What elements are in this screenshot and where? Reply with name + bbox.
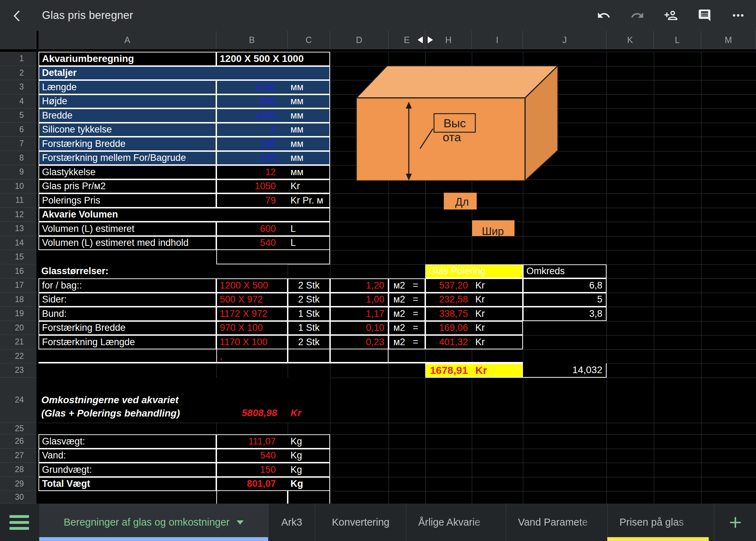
hidden-columns-expand-icon[interactable] <box>428 36 433 43</box>
cell-a11[interactable]: Polerings Pris <box>38 193 216 208</box>
cell-b10[interactable]: 1050Kr <box>216 179 330 194</box>
cell-b21[interactable]: 1170 X 100 <box>216 335 288 349</box>
cell-e20[interactable]: м2= <box>388 321 425 335</box>
cell-a14[interactable]: Volumen (L) estimeret med indhold <box>38 236 216 250</box>
cell-a29[interactable]: Total Vægt <box>38 477 216 491</box>
tab-beregninger[interactable]: Beregninger af glas og omkostninger <box>39 504 268 541</box>
cell-c22[interactable] <box>288 349 330 364</box>
cell-j19[interactable]: 3,8 <box>523 307 607 321</box>
cell-b13[interactable]: 600L <box>216 222 330 236</box>
active-tab-indicator <box>39 537 268 541</box>
cell-omkreds-header[interactable]: Omkreds <box>523 264 607 279</box>
app-window: Glas pris beregner ABCDEHIJKLM 123456789… <box>0 0 756 541</box>
cell-b19[interactable]: 1172 X 972 <box>216 307 288 321</box>
tab-konvertering[interactable]: Konvertering <box>315 504 406 541</box>
cell-b7[interactable]: 100мм <box>216 137 330 151</box>
cell-detaljer-header[interactable]: Detaljer <box>38 66 330 80</box>
cell-b8[interactable]: 100мм <box>216 151 330 165</box>
cell-a3[interactable]: Længde <box>38 80 216 94</box>
cell-b27[interactable]: 540Kg <box>216 449 330 463</box>
cell-d21[interactable]: 0,23 <box>330 335 388 349</box>
tab-prisen-paa-glas[interactable]: Prisen på glas <box>607 504 709 541</box>
sheets-menu-button[interactable] <box>0 504 38 541</box>
cell-b5[interactable]: 1000мм <box>216 108 330 123</box>
cell-a19[interactable]: Bund: <box>38 307 216 321</box>
cell-b9[interactable]: 12мм <box>216 165 330 179</box>
cell-c19[interactable]: 1 Stk <box>288 307 330 321</box>
hamburger-icon <box>9 515 29 518</box>
cell-a8[interactable]: Forstærkning mellem For/Bagrude <box>38 151 216 165</box>
cell-total-polering[interactable]: 1678,91Kr <box>425 363 523 378</box>
hidden-columns-collapse-icon[interactable] <box>418 36 423 43</box>
cell-a5[interactable]: Bredde <box>38 108 216 123</box>
cell-b29[interactable]: 801,07Kg <box>216 477 330 491</box>
cell-b4[interactable]: 500мм <box>216 94 330 109</box>
gridline-v <box>701 52 701 504</box>
plus-icon <box>727 514 743 531</box>
cell-a26[interactable]: Glasvægt: <box>38 434 216 449</box>
cell-b26[interactable]: 111,07Kg <box>216 434 330 449</box>
cell-a28[interactable]: Grundvægt: <box>38 463 216 477</box>
cell-b22[interactable]: , <box>216 349 288 364</box>
cell-b30[interactable] <box>216 491 288 504</box>
cell-a6[interactable]: Silicone tykkelse <box>38 123 216 137</box>
cell-title[interactable]: Akvariumberegning <box>38 52 216 66</box>
cell-b11[interactable]: 79Kr Pr. м <box>216 193 330 208</box>
cell-total-omkreds[interactable]: 14,032 <box>523 363 607 378</box>
cell-e17[interactable]: м2= <box>388 278 425 293</box>
cell-c17[interactable]: 2 Stk <box>288 278 330 293</box>
cell-j18[interactable]: 5 <box>523 293 607 307</box>
cell-d20[interactable]: 0,10 <box>330 321 388 335</box>
cell-a10[interactable]: Glas pris Pr/м2 <box>38 179 216 194</box>
cell-h17[interactable]: 537,20Kr <box>425 278 523 293</box>
cell-d18[interactable]: 1,00 <box>330 293 388 307</box>
cell-h21[interactable]: 401,32Kr <box>425 335 523 349</box>
cell-a4[interactable]: Højde <box>38 94 216 109</box>
cell-h20[interactable]: 169,06Kr <box>425 321 523 335</box>
gridline-v <box>654 52 654 504</box>
add-sheet-button[interactable] <box>714 504 756 541</box>
cell-e21[interactable]: м2= <box>388 335 425 349</box>
cell-h19[interactable]: 338,75Kr <box>425 307 523 321</box>
cell-a21[interactable]: Forstærkning Længde <box>38 335 216 349</box>
cell-j17[interactable]: 6,8 <box>523 278 607 293</box>
cell-c24[interactable]: Kr <box>288 378 330 423</box>
cell-a9[interactable]: Glastykkelse <box>38 165 216 179</box>
cell-dimensions[interactable]: 1200 X 500 X 1000 <box>216 52 330 66</box>
cell-b3[interactable]: 1200мм <box>216 80 330 94</box>
gridline-v <box>330 52 330 504</box>
cell-c20[interactable]: 1 Stk <box>288 321 330 335</box>
cell-e19[interactable]: м2= <box>388 307 425 321</box>
cell-glasstoerrelser-header[interactable]: Glasstørrelser: <box>38 264 288 279</box>
cell-b15[interactable] <box>216 250 330 264</box>
cell-b18[interactable]: 500 X 972 <box>216 293 288 307</box>
cell-b28[interactable]: 150Kg <box>216 463 330 477</box>
cell-d19[interactable]: 1,17 <box>330 307 388 321</box>
cell-b14[interactable]: 540L <box>216 236 330 250</box>
cell-a17[interactable]: for / bag:: <box>38 278 216 293</box>
cell-a18[interactable]: Sider: <box>38 293 216 307</box>
cell-a27[interactable]: Vand: <box>38 449 216 463</box>
cell-b20[interactable]: 970 X 100 <box>216 321 288 335</box>
cell-a13[interactable]: Volumen (L) estimeret <box>38 222 216 236</box>
cell-c21[interactable]: 2 Stk <box>288 335 330 349</box>
cell-cost-value[interactable]: 5808,98 <box>216 378 288 423</box>
cell-c30[interactable] <box>288 491 330 504</box>
cell-b17[interactable]: 1200 X 500 <box>216 278 288 293</box>
tab-vand-parametre[interactable]: Vand Paramete <box>506 504 607 541</box>
cell-a7[interactable]: Forstærking Bredde <box>38 137 216 151</box>
cell-akvarie-volumen-header[interactable]: Akvarie Volumen <box>38 208 330 222</box>
cell-h18[interactable]: 232,58Kr <box>425 293 523 307</box>
cell-a20[interactable]: Forstærking Bredde <box>38 321 216 335</box>
cell-d17[interactable]: 1,20 <box>330 278 388 293</box>
tab-ark3[interactable]: Ark3 <box>268 504 315 541</box>
cell-b6[interactable]: 2мм <box>216 123 330 137</box>
cell-glas-polering-header[interactable]: Glas Polering <box>425 264 523 279</box>
cell-e18[interactable]: м2= <box>388 293 425 307</box>
spreadsheet-grid[interactable]: Akvariumberegning1200 X 500 X 1000Detalj… <box>0 0 756 504</box>
cell-cost-label[interactable]: Omkostningerne ved akvariet(Glas + Poler… <box>38 378 216 423</box>
cell-c18[interactable]: 2 Stk <box>288 293 330 307</box>
tab-aarlige-akvarie[interactable]: Årlige Akvarie <box>406 504 506 541</box>
chevron-down-icon <box>237 520 244 525</box>
cell-d22[interactable] <box>330 349 388 364</box>
